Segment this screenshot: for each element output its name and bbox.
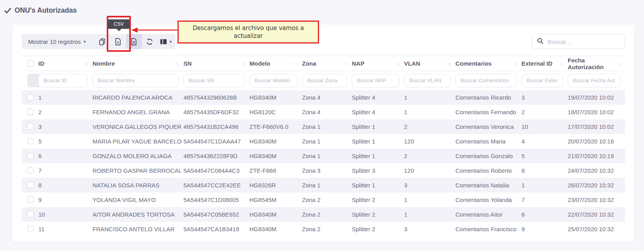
column-header-fecha_autorizacion[interactable]: Fecha Autorización↑↓	[568, 56, 625, 71]
sort-icon[interactable]: ↑↓	[176, 61, 179, 66]
column-header-external_id[interactable]: External ID↑↓	[521, 56, 568, 71]
filter-input-external_id[interactable]	[521, 74, 563, 87]
cell-nombre: FERNANDO ANGEL GRANA	[93, 105, 183, 119]
cell-external_id: 6	[521, 207, 568, 222]
page-title: ONU's Autorizadas	[4, 6, 77, 15]
cell-id: 10	[38, 207, 93, 222]
excel-export-button[interactable]: x	[110, 34, 126, 49]
filter-input-id[interactable]	[38, 74, 88, 87]
cell-comentarios: Comentarios Yolanda	[455, 192, 521, 207]
datatable-card: Mostrar 10 registros ▾ x	[12, 25, 635, 242]
search-input[interactable]	[548, 38, 626, 45]
column-label: SN	[183, 60, 192, 67]
row-checkbox[interactable]	[27, 138, 34, 144]
table-row: 1RICARDO PALENCIA AROCA485754432960628BH…	[22, 90, 625, 105]
filter-input-sn[interactable]	[183, 74, 245, 87]
csv-file-icon	[130, 38, 137, 45]
table-row: 6GONZALO MOLERO ALIAGA4857544362228F9DHG…	[22, 149, 625, 163]
cell-nap: Splitter 3	[352, 163, 404, 178]
cell-modelo: HG8340M	[249, 134, 302, 149]
row-select-cell	[22, 90, 38, 105]
cell-comentarios: Comentarios Veronica	[455, 119, 521, 134]
cell-external_id: 10	[521, 119, 568, 134]
filter-cell-comentarios	[455, 71, 521, 90]
filter-input-zona[interactable]	[302, 74, 347, 87]
row-checkbox[interactable]	[27, 196, 34, 203]
filter-spacer-cell	[22, 71, 38, 90]
cell-external_id: 3	[521, 90, 568, 105]
sort-icon[interactable]: ↑↓	[85, 61, 88, 66]
sort-icon[interactable]: ↑↓	[242, 61, 245, 66]
cell-zona: Zona 2	[302, 222, 352, 236]
cell-nombre: NATALIA SOSA PARRAS	[93, 178, 183, 192]
table-row: 8NATALIA SOSA PARRAS5A544547CC2E42EEHG83…	[22, 178, 625, 192]
row-checkbox[interactable]	[27, 153, 34, 159]
sort-icon[interactable]: ↑↓	[397, 61, 399, 66]
page-length-select[interactable]: Mostrar 10 registros ▾	[28, 38, 86, 45]
row-select-cell	[22, 192, 38, 207]
data-table: ID↑↓Nombre↑↓SN↑↓Modelo↑↓Zona↑↓NAP↑↓VLAN↑…	[22, 56, 625, 236]
table-row: 10AITOR ANDRADES TORTOSA5A544547C05BE652…	[22, 207, 625, 222]
cell-fecha_autorizacion: 23/07/2020 10:32	[568, 192, 625, 207]
refresh-icon	[146, 38, 153, 45]
column-header-sn[interactable]: SN↑↓	[183, 56, 249, 71]
filter-input-comentarios[interactable]	[455, 74, 517, 87]
cell-id: 3	[38, 119, 93, 134]
refresh-button[interactable]	[142, 34, 158, 49]
sort-icon[interactable]: ↑↓	[448, 61, 451, 66]
filter-input-nap[interactable]	[352, 74, 399, 87]
cell-comentarios: Comentarios Fernando	[455, 105, 521, 119]
copy-button[interactable]	[94, 34, 110, 49]
column-header-nap[interactable]: NAP↑↓	[352, 56, 404, 71]
column-header-zona[interactable]: Zona↑↓	[302, 56, 352, 71]
sort-icon[interactable]: ↑↓	[295, 61, 297, 66]
cell-zona: Zona 4	[302, 105, 352, 119]
column-header-vlan[interactable]: VLAN↑↓	[404, 56, 455, 71]
cell-vlan: 2	[404, 119, 455, 134]
cell-id: 2	[38, 105, 93, 119]
column-header-modelo[interactable]: Modelo↑↓	[249, 56, 302, 71]
cell-zona: Zona 4	[302, 90, 352, 105]
sort-icon[interactable]: ↑↓	[514, 61, 517, 66]
column-visibility-button[interactable]: ▾	[158, 34, 174, 49]
row-checkbox[interactable]	[27, 211, 34, 217]
search-icon	[537, 38, 544, 46]
toolbar-button-group: Mostrar 10 registros ▾ x	[22, 34, 175, 49]
row-checkbox[interactable]	[27, 182, 34, 188]
sort-icon[interactable]: ↑↓	[618, 61, 620, 66]
copy-icon	[98, 38, 106, 45]
filter-input-vlan[interactable]	[404, 74, 451, 87]
select-all-cell	[22, 56, 38, 71]
excel-file-icon: x	[115, 38, 121, 45]
cell-sn: 5A544547C05BE652	[183, 207, 249, 222]
cell-nap: Splitter 1	[352, 149, 404, 163]
table-row: 5MARIA PILAR YAGUE BARCELO5A544547C1DAAA…	[22, 134, 625, 149]
row-checkbox[interactable]	[27, 167, 34, 174]
column-header-id[interactable]: ID↑↓	[38, 56, 93, 71]
cell-id: 8	[38, 178, 93, 192]
sort-icon[interactable]: ↑↓	[560, 61, 563, 66]
cell-external_id: 4	[521, 134, 568, 149]
filter-cell-modelo	[249, 71, 302, 90]
column-header-nombre[interactable]: Nombre↑↓	[93, 56, 183, 71]
filter-cell-id	[38, 71, 93, 90]
column-label: Fecha Autorización	[568, 57, 618, 70]
cell-external_id: 9	[521, 222, 568, 236]
column-header-comentarios[interactable]: Comentarios↑↓	[455, 56, 521, 71]
filter-input-modelo[interactable]	[249, 74, 297, 87]
cell-sn: 5A544547C1DAAA47	[183, 134, 249, 149]
csv-export-button[interactable]	[126, 34, 142, 49]
filter-cell-sn	[183, 71, 249, 90]
row-checkbox[interactable]	[27, 94, 34, 100]
sort-icon[interactable]: ↑↓	[344, 61, 347, 66]
cell-sn: 5A544547CC2E42EE	[183, 178, 249, 192]
filter-input-nombre[interactable]	[93, 74, 179, 87]
row-checkbox[interactable]	[27, 226, 34, 232]
filter-input-fecha_autorizacion[interactable]	[568, 74, 620, 87]
row-checkbox[interactable]	[27, 123, 34, 130]
cell-modelo: HG8326R	[249, 178, 302, 192]
row-checkbox[interactable]	[27, 109, 34, 115]
cell-sn: 5A544547CA1B3419	[183, 222, 249, 236]
row-select-cell	[22, 178, 38, 192]
select-all-checkbox[interactable]	[27, 60, 34, 67]
